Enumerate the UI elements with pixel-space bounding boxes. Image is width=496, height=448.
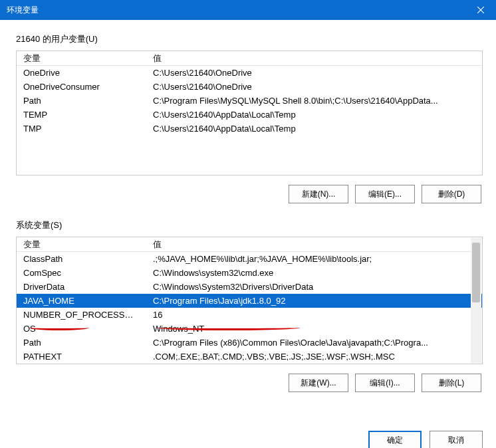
user-section-label: 21640 的用户变量(U) — [16, 33, 483, 45]
cell-value: C:\Users\21640\OneDrive — [146, 66, 482, 80]
user-variables-table[interactable]: 变量 值 OneDriveC:\Users\21640\OneDriveOneD… — [16, 51, 483, 175]
cell-variable: ComSpec — [17, 266, 146, 280]
table-row[interactable]: PATHEXT.COM;.EXE;.BAT;.CMD;.VBS;.VBE;.JS… — [17, 350, 482, 364]
cancel-button[interactable]: 取消 — [430, 431, 483, 448]
cell-value: .COM;.EXE;.BAT;.CMD;.VBS;.VBE;.JS;.JSE;.… — [146, 350, 482, 364]
close-button[interactable] — [465, 0, 496, 20]
table-row[interactable]: ClassPath.;%JAVA_HOME%\lib\dt.jar;%JAVA_… — [17, 252, 482, 266]
user-table-header: 变量 值 — [17, 51, 482, 66]
column-header-variable[interactable]: 变量 — [17, 51, 146, 65]
cell-variable: OneDrive — [17, 66, 146, 80]
user-edit-button[interactable]: 编辑(E)... — [355, 185, 415, 203]
cell-value: C:\Program Files (x86)\Common Files\Orac… — [146, 336, 482, 350]
cell-variable: PATHEXT — [17, 350, 146, 364]
dialog-button-row: 确定 取消 — [368, 431, 483, 448]
system-table-header: 变量 值 — [17, 237, 482, 252]
table-row[interactable]: PathC:\Program Files (x86)\Common Files\… — [17, 336, 482, 350]
cell-value: C:\Program Files\Java\jdk1.8.0_92 — [146, 294, 482, 308]
table-row[interactable]: DriverDataC:\Windows\System32\Drivers\Dr… — [17, 280, 482, 294]
table-row[interactable]: TMPC:\Users\21640\AppData\Local\Temp — [17, 122, 482, 136]
scrollbar-thumb[interactable] — [472, 243, 480, 302]
table-row[interactable]: JAVA_HOMEC:\Program Files\Java\jdk1.8.0_… — [17, 294, 482, 308]
system-delete-button[interactable]: 删除(L) — [422, 374, 481, 392]
dialog-content: 21640 的用户变量(U) 变量 值 OneDriveC:\Users\216… — [0, 20, 496, 392]
cell-value: 16 — [146, 308, 482, 322]
column-header-value[interactable]: 值 — [146, 237, 482, 251]
table-row[interactable]: PathC:\Program Files\MySQL\MySQL Shell 8… — [17, 94, 482, 108]
cell-value: C:\Users\21640\AppData\Local\Temp — [146, 122, 482, 136]
system-button-row: 新建(W)... 编辑(I)... 删除(L) — [16, 374, 483, 392]
column-header-variable[interactable]: 变量 — [17, 237, 146, 251]
system-variables-table[interactable]: 变量 值 ClassPath.;%JAVA_HOME%\lib\dt.jar;%… — [16, 237, 483, 364]
user-delete-button[interactable]: 删除(D) — [422, 185, 481, 203]
cell-variable: JAVA_HOME — [17, 294, 146, 308]
cell-value: C:\Program Files\MySQL\MySQL Shell 8.0\b… — [146, 94, 482, 108]
system-section-label: 系统变量(S) — [16, 219, 483, 231]
titlebar: 环境变量 — [0, 0, 496, 20]
window-title: 环境变量 — [7, 5, 39, 16]
cell-value: C:\Users\21640\AppData\Local\Temp — [146, 108, 482, 122]
ok-button[interactable]: 确定 — [368, 431, 422, 448]
close-icon — [477, 7, 484, 13]
user-button-row: 新建(N)... 编辑(E)... 删除(D) — [16, 185, 483, 203]
table-row[interactable]: ComSpecC:\Windows\system32\cmd.exe — [17, 266, 482, 280]
table-row[interactable]: TEMPC:\Users\21640\AppData\Local\Temp — [17, 108, 482, 122]
cell-variable: DriverData — [17, 280, 146, 294]
cell-variable: TMP — [17, 122, 146, 136]
cell-value: C:\Windows\system32\cmd.exe — [146, 266, 482, 280]
cell-variable: Path — [17, 336, 146, 350]
cell-variable: OneDriveConsumer — [17, 80, 146, 94]
cell-value: C:\Windows\System32\Drivers\DriverData — [146, 280, 482, 294]
table-row[interactable]: OneDriveC:\Users\21640\OneDrive — [17, 66, 482, 80]
table-row[interactable]: NUMBER_OF_PROCESSORS16 — [17, 308, 482, 322]
table-row[interactable]: OneDriveConsumerC:\Users\21640\OneDrive — [17, 80, 482, 94]
cell-variable: Path — [17, 94, 146, 108]
cell-value: .;%JAVA_HOME%\lib\dt.jar;%JAVA_HOME%\lib… — [146, 252, 482, 266]
column-header-value[interactable]: 值 — [146, 51, 482, 65]
cell-value: C:\Users\21640\OneDrive — [146, 80, 482, 94]
system-new-button[interactable]: 新建(W)... — [289, 374, 348, 392]
cell-variable: NUMBER_OF_PROCESSORS — [17, 308, 146, 322]
system-edit-button[interactable]: 编辑(I)... — [355, 374, 415, 392]
user-new-button[interactable]: 新建(N)... — [289, 185, 348, 203]
cell-variable: ClassPath — [17, 252, 146, 266]
cell-variable: TEMP — [17, 108, 146, 122]
